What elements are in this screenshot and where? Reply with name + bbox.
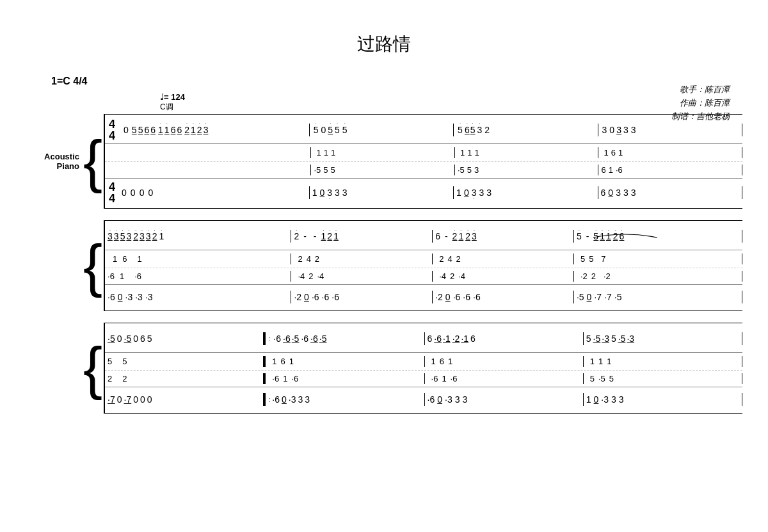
key-time-display: 1=C 4/4 xyxy=(51,76,742,87)
system-1: Acoustic Piano { 4 4 0 5566 xyxy=(26,114,742,209)
bass-measures-1: 0 0 0 0 1 0 3· 3 3 1 0 3 xyxy=(119,186,742,199)
bass-row-3: ·7 0 ·7 0 0 0 : ·6 0 ·3 3 3 xyxy=(105,387,742,413)
middle-row-1: 1 1 1 1 1 1 1 6 1 xyxy=(105,144,742,162)
bass-row-2: ·6 0 ·3 ·3 ·3 ·2 0 ·6 ·6 ·6 ·2 xyxy=(105,285,742,310)
staff-left-2: { xyxy=(26,220,105,311)
measure-1-4: 3 0 3 3 3 xyxy=(598,124,742,136)
treble-row-3: ·5 0 ·5 0 6 5 : ·6 ·6 ·5 xyxy=(105,323,742,353)
composer-credit: 作曲：陈百潭 xyxy=(671,97,730,110)
treble-measures-1: 0 5566 1· 1· 66 2· 1· 2· xyxy=(119,124,742,136)
treble-row-2: 3· 3· 5· 3· 2· 3· 3· 2· 1· xyxy=(105,221,742,250)
singer-credit: 歌手：陈百潭 xyxy=(671,83,730,97)
lower-inner-row-2: ·6 1 ·6 ·4 2 ·4 ·4 2 xyxy=(105,268,742,285)
instrument-label: Acoustic Piano xyxy=(26,152,83,171)
measure-1-1: 0 5566 1· 1· 66 2· 1· 2· xyxy=(119,124,310,136)
key-label: C调 xyxy=(160,102,742,113)
treble-measures-2: 3· 3· 5· 3· 2· 3· 3· 2· 1· xyxy=(105,230,742,243)
song-title: 过路情 xyxy=(26,32,742,56)
measure-1-3: 5· 6· 5· 3· 2 xyxy=(454,124,598,136)
staff-left-1: Acoustic Piano { xyxy=(26,114,105,209)
measure-1-2: 5· 0 5· 5· 5· xyxy=(310,124,454,136)
arranger-credit: 制谱：吉他老杨 xyxy=(671,110,730,124)
tempo-mark: ♩= 124 xyxy=(160,92,742,102)
middle-measures-1: 1 1 1 1 1 1 1 6 1 xyxy=(122,147,742,158)
treble-row-1: 4 4 0 5566 1· 1· 66 xyxy=(105,115,742,144)
system-3: { ·5 0 ·5 0 6 5 : xyxy=(26,323,742,414)
middle-row-3: 5 5 1 6 1 1 6 1 xyxy=(105,353,742,371)
lower-inner-row-1: ·5 5 5 ·5 5 3 6 1 ·6 xyxy=(105,162,742,179)
time-sig-bass-1: 4 4 xyxy=(105,181,119,204)
brace-1: { xyxy=(83,136,102,188)
brace-3: { xyxy=(83,343,102,394)
middle-row-2: 1 6 1 2 4 2 2 4 2 xyxy=(105,250,742,268)
attribution: 歌手：陈百潭 作曲：陈百潭 制谱：吉他老杨 xyxy=(671,83,730,123)
page: 过路情 歌手：陈百潭 作曲：陈百潭 制谱：吉他老杨 1=C 4/4 ♩= 124… xyxy=(0,0,768,532)
time-sig-top-1: 4 4 xyxy=(105,118,119,141)
bass-row-1: 4 4 0 0 0 0 1 0 3· 3 3 xyxy=(105,179,742,208)
staff-left-3: { xyxy=(26,323,105,414)
lower-inner-row-3: 2 2 ·6 1 ·6 ·6 1 ·6 xyxy=(105,371,742,387)
system-2: { 3· 3· 5· 3· 2· xyxy=(26,220,742,311)
brace-2: { xyxy=(83,240,102,292)
